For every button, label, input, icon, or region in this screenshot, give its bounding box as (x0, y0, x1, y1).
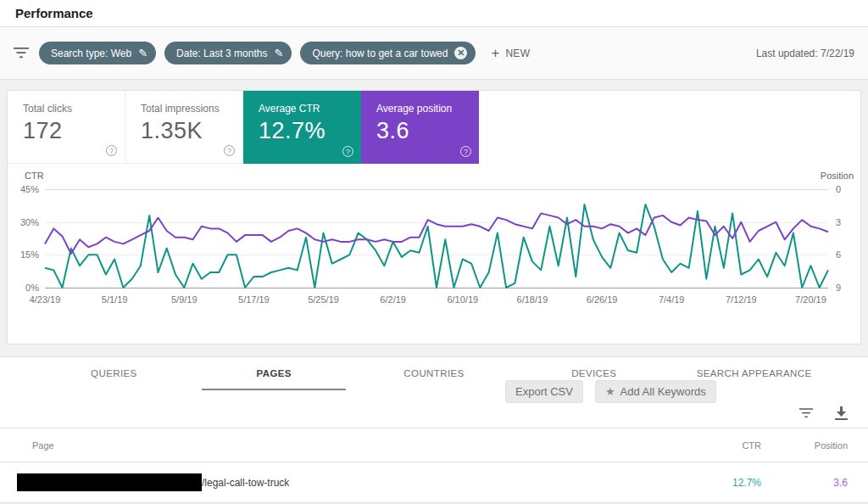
chart-plot-area: 45% 30% 15% 0% 0 3 6 9 (45, 189, 828, 288)
metric-card-average-position[interactable]: Average position 3.6 ? (361, 91, 479, 164)
table-action-icons (799, 406, 848, 420)
filter-chips: Search type: Web ✎ Date: Last 3 months ✎… (39, 42, 476, 64)
plus-icon: + (491, 45, 499, 62)
x-axis-tick: 4/23/19 (30, 294, 61, 305)
x-axis-tick: 5/9/19 (171, 294, 198, 305)
extension-buttons: Export CSV ★ Add All Keywords (505, 380, 716, 403)
page-title: Performance (15, 6, 93, 20)
x-axis-tick: 6/10/19 (447, 294, 478, 305)
main-content: Total clicks 172 ? Total impressions 1.3… (0, 80, 868, 503)
ctr-value: 12.7% (690, 477, 775, 489)
filter-list-icon[interactable] (14, 48, 29, 59)
app-header: Performance (0, 0, 868, 27)
left-axis-title: CTR (25, 171, 44, 181)
redacted-url-block (17, 473, 202, 491)
x-axis-tick: 5/1/19 (102, 294, 128, 305)
chart-lines-svg (45, 189, 828, 288)
x-axis-tick: 7/20/19 (795, 294, 826, 305)
add-all-keywords-button[interactable]: ★ Add All Keywords (595, 380, 716, 403)
chip-query-filter[interactable]: Query: how to get a car towed ✕ (300, 42, 476, 64)
table-filter-icon[interactable] (799, 408, 813, 418)
metric-value: 1.35K (141, 118, 242, 144)
table-toolbar: Export CSV ★ Add All Keywords (0, 389, 868, 428)
help-icon[interactable]: ? (224, 145, 235, 156)
column-header-position[interactable]: Position (775, 440, 868, 451)
dimensions-table-panel: QUERIES PAGES COUNTRIES DEVICES SEARCH A… (0, 356, 868, 503)
metric-value: 12.7% (259, 118, 361, 144)
metric-label: Average position (376, 103, 479, 115)
left-axis-tick: 45% (20, 184, 39, 194)
right-axis-tick: 6 (836, 249, 841, 260)
tab-countries[interactable]: COUNTRIES (354, 357, 515, 389)
help-icon[interactable]: ? (342, 146, 353, 157)
star-icon: ★ (605, 385, 615, 398)
metric-label: Total clicks (23, 103, 125, 115)
chip-query-filter-label: Query: how to get a car towed (312, 48, 448, 59)
left-axis-tick: 15% (20, 249, 39, 260)
new-filter-label: NEW (505, 48, 530, 59)
right-axis-tick: 0 (836, 184, 841, 194)
last-updated-text: Last updated: 7/22/19 (756, 48, 854, 59)
column-header-ctr[interactable]: CTR (690, 440, 775, 451)
right-axis-title: Position (821, 171, 854, 181)
chip-date-range[interactable]: Date: Last 3 months ✎ (164, 42, 292, 64)
help-icon[interactable]: ? (460, 146, 471, 157)
metric-card-total-clicks[interactable]: Total clicks 172 ? (8, 91, 125, 164)
x-axis-tick: 5/17/19 (238, 294, 270, 305)
x-axis-tick: 6/26/19 (587, 294, 618, 305)
filter-bar: Search type: Web ✎ Date: Last 3 months ✎… (0, 27, 868, 80)
metric-card-average-ctr[interactable]: Average CTR 12.7% ? (243, 91, 361, 164)
new-filter-button[interactable]: + NEW (491, 45, 530, 62)
x-axis-tick: 7/12/19 (726, 294, 757, 305)
help-icon[interactable]: ? (106, 145, 117, 156)
chip-search-type[interactable]: Search type: Web ✎ (39, 42, 156, 64)
export-csv-button[interactable]: Export CSV (505, 380, 583, 403)
download-icon[interactable] (835, 406, 848, 420)
add-all-keywords-label: Add All Keywords (620, 385, 706, 398)
x-axis-tick: 5/25/19 (308, 294, 339, 305)
x-axis-tick: 7/4/19 (659, 294, 685, 305)
right-axis-tick: 9 (836, 283, 841, 293)
page-cell: /legal-call-tow-truck (0, 473, 690, 491)
tab-queries[interactable]: QUERIES (34, 357, 194, 389)
x-axis-labels: 4/23/195/1/195/9/195/17/195/25/196/2/196… (45, 294, 828, 308)
tab-pages[interactable]: PAGES (194, 357, 354, 389)
metric-value: 172 (23, 118, 125, 144)
export-csv-label: Export CSV (515, 385, 573, 398)
close-icon[interactable]: ✕ (454, 47, 467, 59)
table-header: Page CTR Position (0, 428, 868, 462)
metrics-row: Total clicks 172 ? Total impressions 1.3… (8, 91, 860, 164)
metric-value: 3.6 (376, 118, 479, 144)
edit-pencil-icon[interactable]: ✎ (274, 47, 283, 59)
page-url-suffix: /legal-call-tow-truck (202, 477, 289, 489)
left-axis-tick: 30% (20, 217, 39, 227)
timeseries-chart: CTR Position 45% 30% 15% 0% 0 3 6 9 4/23… (8, 164, 860, 344)
left-axis-tick: 0% (25, 283, 39, 293)
metric-card-total-impressions[interactable]: Total impressions 1.35K ? (125, 91, 243, 164)
metric-label: Average CTR (259, 103, 361, 115)
x-axis-tick: 6/2/19 (380, 294, 406, 305)
edit-pencil-icon[interactable]: ✎ (138, 47, 147, 59)
column-header-page[interactable]: Page (0, 440, 690, 451)
chip-search-type-label: Search type: Web (51, 48, 131, 59)
table-row[interactable]: /legal-call-tow-truck 12.7% 3.6 (0, 462, 868, 503)
right-axis-tick: 3 (836, 217, 841, 227)
metric-label: Total impressions (141, 103, 242, 115)
x-axis-tick: 6/18/19 (517, 294, 548, 305)
performance-chart-panel: Total clicks 172 ? Total impressions 1.3… (7, 90, 861, 344)
chip-date-range-label: Date: Last 3 months (176, 48, 267, 59)
dimension-tabs: QUERIES PAGES COUNTRIES DEVICES SEARCH A… (0, 357, 868, 389)
position-value: 3.6 (775, 477, 868, 489)
